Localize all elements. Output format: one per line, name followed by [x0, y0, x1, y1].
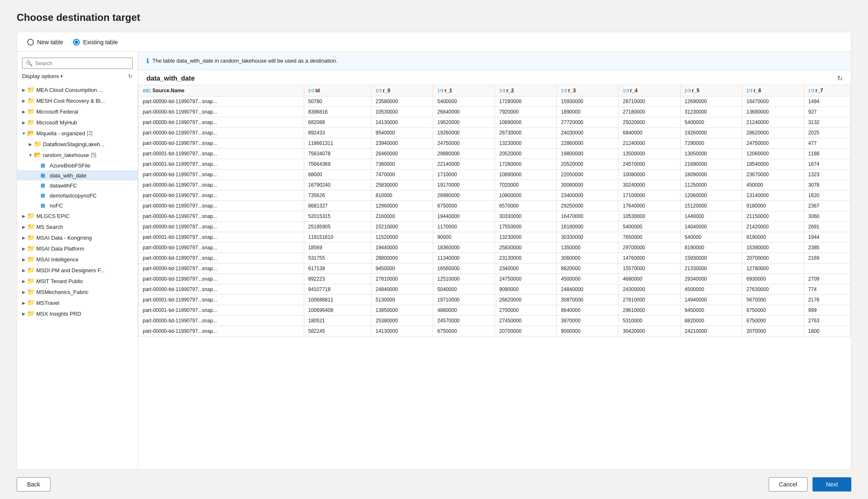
col-header-Source.Name[interactable]: ABC Source.Name	[139, 85, 304, 96]
tree-item-mssearch[interactable]: ▶📁MS Search	[17, 221, 138, 232]
tab-new-table[interactable]: New table	[27, 39, 63, 51]
tree-item-mstravel[interactable]: ▶📁MSTravel	[17, 297, 138, 308]
table-row: part-00000-tid-11990797...snap...6800074…	[139, 170, 851, 180]
tab-existing-table-label: Existing table	[83, 39, 118, 46]
tree-arrow-mymhub: ▶	[20, 120, 27, 125]
cell-r15-c8: 20700000	[742, 253, 804, 263]
cell-r19-c2: 5130000	[371, 295, 433, 305]
tree-item-msdi_pm[interactable]: ▶📁MSDI PM and Designers F...	[17, 265, 138, 276]
tree-container[interactable]: ▶📁MEA Cloud Consumption ...▶📁MESH Cost R…	[17, 83, 138, 469]
tree-item-msai_intel[interactable]: ▶📁MSAI Intelligence	[17, 254, 138, 265]
cell-r10-c2: 12960000	[371, 201, 433, 211]
search-box[interactable]: 🔍	[22, 58, 133, 69]
tree-arrow-msit_tenant: ▶	[20, 279, 27, 284]
info-banner: ℹ The table data_with_date in random_lak…	[138, 52, 851, 70]
col-header-r_5[interactable]: 1²3 r_5	[680, 85, 742, 96]
cell-r15-c9: 2169	[804, 253, 850, 263]
cell-r16-c6: 15570000	[618, 263, 680, 274]
cell-r5-c1: 75634078	[304, 149, 371, 159]
tree-item-msai_plat[interactable]: ▶📁MSAI Data Platform	[17, 243, 138, 254]
tree-item-dataflows[interactable]: ▶📁DataflowsStagingLakeh...	[17, 139, 138, 149]
tree-item-nofc[interactable]: ⊞noFC	[17, 200, 138, 210]
tree-item-demofastcopy[interactable]: ⊞demofastcopynoFC	[17, 190, 138, 200]
cell-r22-c2: 14130000	[371, 326, 433, 337]
refresh-icon[interactable]: ↻	[128, 73, 133, 79]
col-header-r_2[interactable]: 1²3 r_2	[495, 85, 557, 96]
tree-label-mesh: MESH Cost Recovery & Bi...	[36, 98, 105, 104]
cell-r20-c3: 4860000	[433, 305, 495, 316]
cell-r9-c6: 17100000	[618, 190, 680, 201]
cell-r16-c7: 21330000	[680, 263, 742, 274]
cell-r18-c1: 94107718	[304, 284, 371, 295]
tree-label-mea: MEA Cloud Consumption ...	[36, 87, 103, 93]
display-options-row[interactable]: Display options ▾ ↻	[17, 71, 138, 83]
cell-r6-c1: 75664369	[304, 159, 371, 170]
cell-r6-c5: 20520000	[557, 159, 618, 170]
tree-item-mea[interactable]: ▶📁MEA Cloud Consumption ...	[17, 84, 138, 95]
cell-r2-c8: 21240000	[742, 117, 804, 128]
cell-r13-c9: 1944	[804, 232, 850, 243]
col-header-r_3[interactable]: 1²3 r_3	[557, 85, 618, 96]
radio-new-table[interactable]	[27, 39, 34, 46]
tree-item-msai_kong[interactable]: ▶📁MSAI Data - Kongming	[17, 232, 138, 243]
cell-r9-c0: part-00000-tid-11990797...snap...	[139, 190, 304, 201]
cell-r18-c5: 24840000	[557, 284, 618, 295]
tree-item-mlgcs[interactable]: ▶📁MLGCS EPIC	[17, 210, 138, 221]
cell-r15-c1: 531755	[304, 253, 371, 263]
cell-r0-c7: 12690000	[680, 96, 742, 107]
tree-item-random_lh[interactable]: ▼📂random_lakehouse [5]	[17, 149, 138, 160]
tree-item-data_with_date[interactable]: ⊞data_with_date	[17, 170, 138, 180]
cell-r11-c9: 3060	[804, 211, 850, 222]
tree-item-mesh[interactable]: ▶📁MESH Cost Recovery & Bi...	[17, 95, 138, 106]
col-type-r_0: 1²3	[376, 89, 383, 93]
tree-item-datawithfc[interactable]: ⊞datawithFC	[17, 180, 138, 190]
tree-item-azureblob[interactable]: ⊞AzureBlobFSFile	[17, 160, 138, 170]
folder-icon-random_lh: 📂	[34, 151, 41, 159]
back-button[interactable]: Back	[17, 477, 50, 491]
cell-r11-c0: part-00000-tid-11990797...snap...	[139, 211, 304, 222]
col-type-r_4: 1²3	[623, 89, 630, 93]
col-header-r_7[interactable]: 1²3 r_7	[804, 85, 850, 96]
cell-r22-c0: part-00000-tid-11990797...snap...	[139, 326, 304, 337]
cell-r22-c7: 24210000	[680, 326, 742, 337]
cell-r6-c4: 17280000	[495, 159, 557, 170]
table-refresh-icon[interactable]: ↻	[837, 74, 843, 82]
search-input[interactable]	[35, 60, 129, 66]
col-header-r_6[interactable]: 1²3 r_6	[742, 85, 804, 96]
cell-r13-c6: 7650000	[618, 232, 680, 243]
cell-r16-c5: 8820000	[557, 263, 618, 274]
cell-r9-c5: 23400000	[557, 190, 618, 201]
cell-r4-c0: part-00000-tid-11990797...snap...	[139, 138, 304, 149]
cell-r16-c1: 617138	[304, 263, 371, 274]
cell-r19-c6: 27810000	[618, 295, 680, 305]
tree-item-miquellaorg[interactable]: ▼📂Miquella - organized [2]	[17, 128, 138, 139]
tree-item-msmech[interactable]: ▶📁MSMechanics_Fabric	[17, 286, 138, 297]
tree-item-msit_tenant[interactable]: ▶📁MSIT Tenant Public	[17, 276, 138, 286]
cell-r19-c8: 5670000	[742, 295, 804, 305]
cell-r22-c8: 2070000	[742, 326, 804, 337]
tree-item-msfederal[interactable]: ▶📁Microsoft Federal	[17, 106, 138, 117]
table-row: part-00000-tid-11990797...snap...8924339…	[139, 128, 851, 138]
col-header-id[interactable]: 1²3 id	[304, 85, 371, 96]
col-header-r_0[interactable]: 1²3 r_0	[371, 85, 433, 96]
data-grid-container[interactable]: ABC Source.Name1²3 id1²3 r_01²3 r_11²3 r…	[138, 85, 851, 469]
cell-r9-c2: 810000	[371, 190, 433, 201]
cell-r21-c5: 3870000	[557, 316, 618, 326]
cell-r5-c5: 19800000	[557, 149, 618, 159]
cell-r20-c0: part-00001-tid-11990797...snap...	[139, 305, 304, 316]
cell-r21-c4: 27450000	[495, 316, 557, 326]
radio-existing-table[interactable]	[73, 39, 80, 46]
next-button[interactable]: Next	[812, 477, 851, 491]
tree-item-msxinsights[interactable]: ▶📁MSX Insights PRD	[17, 308, 138, 319]
cell-r10-c3: 6750000	[433, 201, 495, 211]
cell-r4-c8: 24750000	[742, 138, 804, 149]
tab-existing-table[interactable]: Existing table	[73, 39, 118, 51]
table-row: part-00001-tid-11990797...snap...1006868…	[139, 295, 851, 305]
cancel-button[interactable]: Cancel	[769, 477, 808, 491]
tree-arrow-msai_kong: ▶	[20, 236, 27, 240]
cell-r22-c9: 1800	[804, 326, 850, 337]
col-header-r_4[interactable]: 1²3 r_4	[618, 85, 680, 96]
tree-item-mymhub[interactable]: ▶📁Microsoft MyHub	[17, 117, 138, 128]
col-header-r_1[interactable]: 1²3 r_1	[433, 85, 495, 96]
cell-r11-c2: 2160000	[371, 211, 433, 222]
